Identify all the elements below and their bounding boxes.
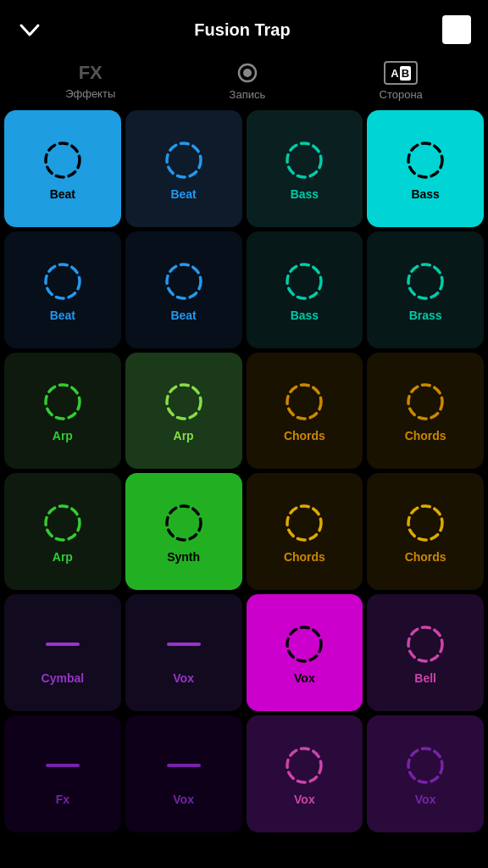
svg-point-8	[287, 264, 321, 298]
svg-point-20	[287, 627, 321, 661]
circle-dash-icon	[160, 378, 208, 426]
white-square-button[interactable]	[442, 15, 471, 44]
svg-point-7	[167, 264, 201, 298]
svg-point-9	[408, 264, 442, 298]
svg-point-16	[287, 506, 321, 540]
pad-label: Chords	[405, 429, 446, 442]
circle-dash-icon	[39, 378, 86, 426]
circle-dash-icon	[160, 258, 208, 305]
line-icon	[39, 620, 86, 668]
circle-dash-icon	[280, 136, 328, 184]
chevron-down-icon[interactable]	[17, 17, 42, 42]
pad-7[interactable]: Brass	[367, 231, 484, 348]
pad-18[interactable]: Vox	[247, 594, 363, 711]
pad-14[interactable]: Chords	[247, 473, 363, 590]
circle-dash-icon	[280, 620, 328, 668]
svg-point-13	[408, 385, 442, 419]
svg-point-11	[167, 385, 201, 419]
pad-label: Beat	[50, 309, 75, 322]
pad-label: Vox	[294, 793, 315, 806]
svg-point-4	[287, 143, 321, 177]
pad-4[interactable]: Beat	[4, 231, 121, 348]
circle-dash-icon	[280, 742, 328, 789]
pad-label: Vox	[415, 793, 436, 806]
pad-label: Beat	[170, 309, 196, 322]
pad-label: Cymbal	[42, 671, 85, 685]
pad-label: Brass	[409, 309, 442, 322]
ab-label: Сторона	[380, 88, 423, 101]
circle-dash-icon	[39, 258, 86, 305]
circle-dash-icon	[402, 620, 449, 668]
pad-label: Beat	[170, 187, 196, 201]
circle-dash-icon	[39, 136, 86, 184]
ab-button[interactable]: AB Сторона	[380, 61, 423, 101]
pad-13[interactable]: Synth	[125, 473, 242, 590]
line-icon	[39, 742, 86, 789]
svg-point-1	[243, 69, 252, 77]
pad-label: Bass	[291, 187, 319, 201]
record-button[interactable]: Запись	[230, 61, 266, 101]
pad-21[interactable]: Vox	[125, 715, 242, 832]
circle-dash-icon	[280, 258, 328, 305]
pad-16[interactable]: Cymbal	[4, 594, 121, 711]
pad-label: Beat	[50, 187, 75, 201]
pad-12[interactable]: Arp	[4, 473, 121, 590]
circle-dash-icon	[160, 136, 208, 184]
page-title: Fusion Trap	[194, 20, 290, 40]
svg-point-24	[287, 748, 321, 782]
pad-label: Chords	[284, 550, 325, 564]
pad-label: Bell	[414, 671, 436, 685]
pad-1[interactable]: Beat	[125, 110, 242, 227]
pad-label: Bass	[291, 309, 319, 322]
svg-point-12	[287, 385, 321, 419]
pad-9[interactable]: Arp	[125, 353, 242, 470]
pad-6[interactable]: Bass	[247, 231, 363, 348]
ab-icon: AB	[384, 61, 418, 85]
svg-point-10	[46, 385, 80, 419]
pad-label: Vox	[173, 671, 194, 685]
pad-8[interactable]: Arp	[4, 353, 121, 470]
pad-label: Bass	[411, 187, 439, 201]
pad-3[interactable]: Bass	[367, 110, 484, 227]
pad-5[interactable]: Beat	[125, 231, 242, 348]
pad-10[interactable]: Chords	[247, 353, 363, 470]
pad-17[interactable]: Vox	[125, 594, 242, 711]
svg-point-3	[167, 143, 201, 177]
pad-19[interactable]: Bell	[367, 594, 484, 711]
circle-dash-icon	[39, 499, 86, 547]
circle-dash-icon	[402, 258, 449, 305]
toolbar: FX Эффекты Запись AB Сторона	[0, 53, 488, 106]
record-icon	[236, 61, 259, 85]
svg-point-21	[408, 627, 442, 661]
pad-20[interactable]: Fx	[4, 715, 121, 832]
pad-11[interactable]: Chords	[367, 353, 484, 470]
pad-grid: Beat Beat Bass Bass Beat Beat Bass Brass…	[0, 106, 488, 837]
pad-label: Vox	[173, 793, 194, 806]
circle-dash-icon	[160, 499, 208, 547]
pad-2[interactable]: Bass	[247, 110, 363, 227]
circle-dash-icon	[402, 378, 449, 426]
pad-23[interactable]: Vox	[367, 715, 484, 832]
circle-dash-icon	[402, 742, 449, 789]
pad-22[interactable]: Vox	[247, 715, 363, 832]
svg-point-6	[46, 264, 80, 298]
fx-icon: FX	[79, 62, 103, 84]
record-label: Запись	[230, 88, 266, 101]
fx-label: Эффекты	[65, 87, 115, 100]
svg-point-14	[46, 506, 80, 540]
pad-15[interactable]: Chords	[367, 473, 484, 590]
svg-point-15	[167, 506, 201, 540]
circle-dash-icon	[402, 499, 449, 547]
pad-0[interactable]: Beat	[4, 110, 121, 227]
circle-dash-icon	[280, 499, 328, 547]
pad-label: Arp	[53, 429, 73, 442]
fx-button[interactable]: FX Эффекты	[65, 62, 115, 100]
circle-dash-icon	[402, 136, 449, 184]
pad-label: Arp	[174, 429, 194, 442]
svg-point-5	[408, 143, 442, 177]
pad-label: Vox	[294, 671, 315, 685]
line-icon	[160, 620, 208, 668]
svg-point-17	[408, 506, 442, 540]
pad-label: Synth	[167, 550, 200, 564]
pad-label: Chords	[284, 429, 325, 442]
